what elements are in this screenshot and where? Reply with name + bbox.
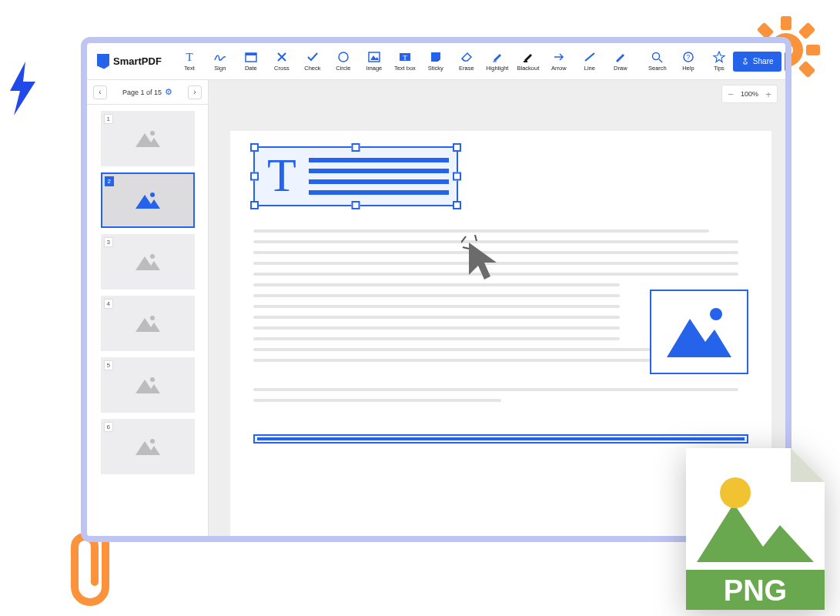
tool-sign[interactable]: Sign [206, 49, 234, 73]
zoom-in-button[interactable]: + [760, 89, 777, 100]
png-file-badge: PNG [686, 448, 825, 610]
tool-sticky[interactable]: Sticky [422, 49, 450, 73]
image-frame[interactable] [650, 290, 748, 374]
svg-marker-45 [791, 448, 825, 482]
share-label: Share [753, 57, 774, 65]
thumbnail-1[interactable]: 1 [101, 111, 195, 166]
tool-date[interactable]: Date [237, 49, 265, 73]
tool-circle[interactable]: Circle [330, 49, 357, 73]
svg-rect-6 [798, 22, 816, 40]
svg-rect-1 [781, 16, 791, 30]
svg-line-21 [585, 53, 594, 61]
draw-icon [614, 51, 627, 63]
svg-point-37 [150, 439, 155, 444]
brand-name: SmartPDF [113, 55, 162, 67]
svg-rect-20 [524, 61, 527, 62]
svg-marker-36 [136, 441, 160, 455]
tool-tips[interactable]: Tips [705, 49, 733, 73]
tool-check[interactable]: Check [299, 49, 326, 73]
svg-point-27 [150, 131, 155, 136]
image-placeholder-icon [132, 189, 163, 212]
svg-rect-19 [493, 61, 497, 62]
tool-cross[interactable]: Cross [268, 49, 296, 73]
svg-marker-28 [136, 195, 160, 209]
svg-marker-30 [136, 256, 160, 270]
svg-marker-26 [136, 133, 160, 147]
image-placeholder-icon [132, 250, 163, 273]
svg-line-40 [461, 236, 466, 243]
svg-point-35 [150, 377, 155, 382]
cross-icon [275, 51, 289, 63]
svg-marker-10 [10, 62, 35, 116]
cursor-icon [461, 235, 501, 286]
svg-rect-4 [806, 45, 820, 55]
page-settings-icon[interactable]: ⚙ [165, 87, 172, 97]
highlight-icon [490, 51, 504, 63]
page-indicator: Page 1 of 15 [122, 89, 162, 96]
share-button[interactable]: Share [733, 52, 781, 72]
tool-help[interactable]: ?Help [674, 49, 702, 73]
thumbnail-5[interactable]: 5 [101, 357, 195, 413]
tool-line[interactable]: Line [576, 49, 604, 73]
svg-marker-43 [469, 243, 497, 280]
tool-arrow[interactable]: Arrow [545, 49, 573, 73]
tool-draw[interactable]: Draw [607, 49, 634, 73]
svg-rect-13 [246, 53, 256, 55]
app-window: SmartPDF TTextSignDateCrossCheckCircleIm… [81, 37, 791, 542]
sidebar: ‹ Page 1 of 15 ⚙ › 123456 [87, 80, 209, 536]
svg-point-22 [652, 53, 659, 60]
image-placeholder-icon [132, 127, 163, 150]
svg-rect-8 [798, 61, 816, 79]
date-icon [244, 51, 258, 63]
svg-point-29 [150, 192, 155, 197]
thumbnail-6[interactable]: 6 [101, 419, 195, 474]
selected-line[interactable] [253, 434, 748, 444]
help-icon: ? [681, 51, 695, 63]
image-placeholder-icon [132, 435, 163, 458]
sign-icon [213, 51, 227, 63]
svg-point-14 [339, 52, 348, 62]
tool-search[interactable]: Search [644, 49, 671, 73]
svg-text:T: T [403, 54, 407, 62]
arrow-icon [552, 51, 566, 63]
brand-logo[interactable]: SmartPDF [95, 54, 162, 69]
svg-point-33 [150, 316, 155, 320]
svg-point-47 [720, 477, 751, 508]
tool-text-box[interactable]: TText box [391, 49, 419, 73]
svg-marker-34 [136, 380, 160, 393]
tips-icon [712, 51, 726, 63]
svg-line-41 [475, 235, 477, 241]
check-icon [306, 51, 320, 63]
zoom-out-button[interactable]: − [722, 89, 739, 100]
svg-line-23 [659, 59, 662, 62]
lightning-decoration-icon [6, 62, 38, 119]
search-icon [651, 51, 664, 63]
text-icon: T [182, 51, 196, 63]
blackout-icon [521, 51, 535, 63]
main-toolbar: SmartPDF TTextSignDateCrossCheckCircleIm… [87, 43, 785, 80]
circle-icon [336, 51, 350, 63]
tool-text[interactable]: TText [176, 49, 203, 73]
next-page-button[interactable]: › [188, 85, 202, 99]
erase-icon [460, 51, 474, 63]
tool-blackout[interactable]: Blackout [514, 49, 542, 73]
svg-point-39 [710, 308, 722, 320]
text-box-icon: T [398, 51, 412, 63]
svg-line-42 [463, 247, 469, 249]
svg-point-31 [150, 254, 155, 259]
image-placeholder-icon [132, 312, 163, 335]
tool-image[interactable]: Image [360, 49, 388, 73]
thumbnail-2[interactable]: 2 [101, 172, 195, 228]
text-box-selection[interactable]: T [253, 146, 458, 206]
file-format-label: PNG [724, 574, 787, 607]
tool-highlight[interactable]: Highlight [484, 49, 511, 73]
image-placeholder-icon [132, 373, 163, 397]
thumbnail-3[interactable]: 3 [101, 234, 195, 290]
brand-logo-icon [95, 54, 110, 69]
prev-page-button[interactable]: ‹ [93, 85, 107, 99]
download-button[interactable]: Download pdf [785, 52, 791, 72]
zoom-value: 100% [739, 90, 760, 98]
tool-erase[interactable]: Erase [453, 49, 480, 73]
thumbnail-4[interactable]: 4 [101, 296, 195, 351]
svg-marker-38 [667, 319, 731, 357]
